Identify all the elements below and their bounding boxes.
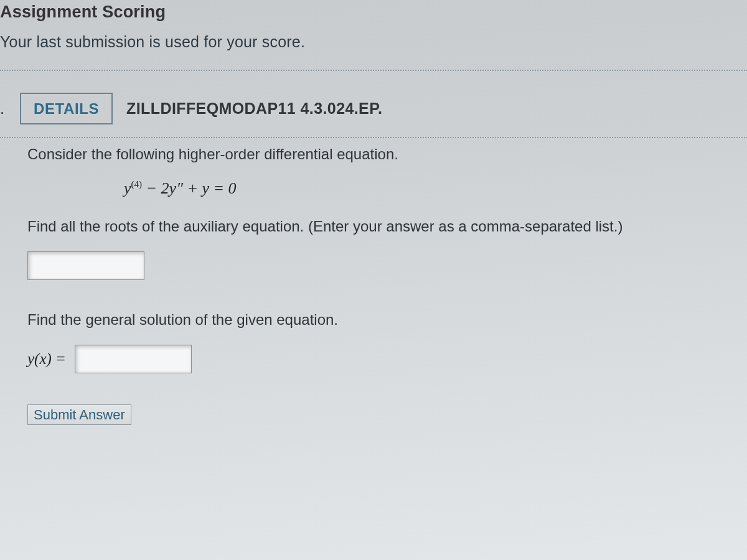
yx-label: y(x) =: [27, 350, 66, 368]
submit-answer-button[interactable]: Submit Answer: [27, 404, 131, 425]
question-number: .: [0, 100, 6, 118]
general-solution-input[interactable]: [75, 345, 192, 373]
equation-superscript: (4): [131, 179, 143, 189]
question-header: . DETAILS ZILLDIFFEQMODAP11 4.3.024.EP.: [0, 93, 747, 124]
answer-row-roots: [27, 251, 747, 280]
prompt-intro: Consider the following higher-order diff…: [27, 146, 747, 163]
divider-top: [0, 70, 747, 71]
roots-input[interactable]: [27, 251, 144, 280]
prompt-part2: Find the general solution of the given e…: [27, 311, 747, 329]
details-button[interactable]: DETAILS: [20, 93, 113, 124]
answer-row-general-solution: y(x) =: [27, 345, 747, 373]
equation-y: y: [124, 179, 131, 197]
divider-under-header: [0, 137, 747, 138]
section-heading-assignment-scoring: Assignment Scoring: [0, 2, 747, 22]
differential-equation: y(4) − 2y″ + y = 0: [124, 179, 747, 198]
equation-rest: − 2y″ + y = 0: [142, 179, 237, 197]
prompt-part1: Find all the roots of the auxiliary equa…: [27, 218, 747, 235]
scoring-note: Your last submission is used for your sc…: [0, 33, 747, 51]
problem-code: ZILLDIFFEQMODAP11 4.3.024.EP.: [126, 100, 382, 118]
question-body: Consider the following higher-order diff…: [27, 146, 747, 425]
